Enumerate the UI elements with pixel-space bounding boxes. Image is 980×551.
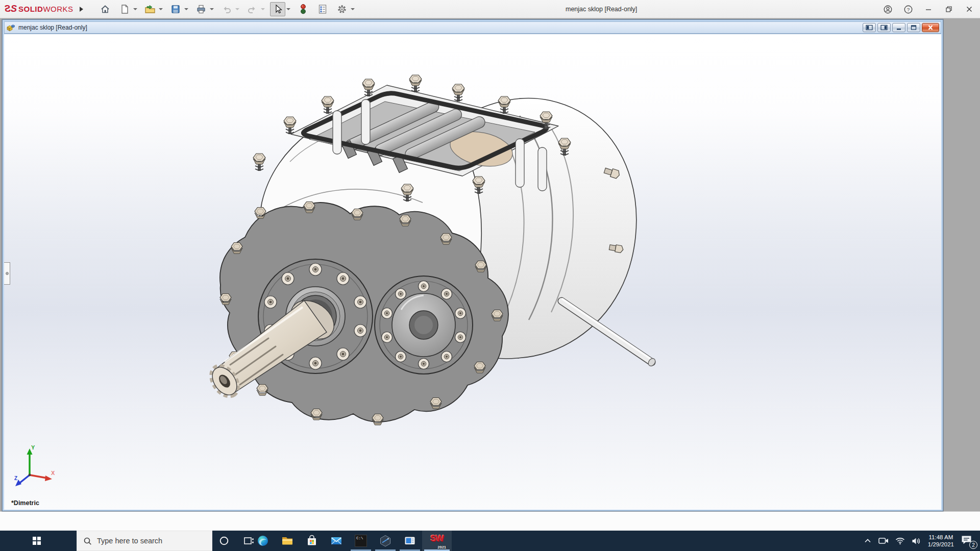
volume-icon[interactable] xyxy=(912,537,921,545)
triad-y-label: Y xyxy=(31,444,35,450)
cortana-icon xyxy=(219,536,229,546)
taskbar: Type here to search xyxy=(0,531,980,551)
doc-minimize-icon xyxy=(895,24,903,31)
search-icon xyxy=(83,537,92,545)
help-icon: ? xyxy=(903,5,913,14)
tray-expand-chevron-icon[interactable] xyxy=(864,537,872,544)
pane-right-icon xyxy=(880,24,888,31)
doc-close-icon xyxy=(926,24,935,31)
open-icon xyxy=(144,4,156,14)
taskbar-search[interactable]: Type here to search xyxy=(77,531,212,551)
pane-right-button[interactable] xyxy=(877,23,891,32)
rebuild-button[interactable] xyxy=(296,2,311,16)
meet-now-icon[interactable] xyxy=(878,537,889,545)
redo-icon xyxy=(247,4,257,14)
new-document-button[interactable] xyxy=(117,2,132,16)
taskbar-app-hexagon[interactable] xyxy=(373,531,398,551)
select-cursor-icon xyxy=(273,4,282,14)
redo-button[interactable] xyxy=(244,2,260,16)
taskbar-app-edge[interactable] xyxy=(251,531,275,551)
taskbar-app-solidworks[interactable]: SW 2021 xyxy=(422,531,452,551)
tab-grip-dot xyxy=(6,272,9,275)
orientation-triad[interactable]: Y X Z xyxy=(13,444,56,491)
brand-word-bold: SOLID xyxy=(18,5,43,13)
solidworks-2021-icon: SW 2021 xyxy=(427,532,447,549)
save-icon xyxy=(170,4,181,14)
undo-button[interactable] xyxy=(219,2,234,16)
taskbar-clock[interactable]: 11:48 AM 1/29/2021 xyxy=(928,534,954,548)
svg-text:?: ? xyxy=(906,7,910,12)
redo-dropdown[interactable] xyxy=(260,2,266,16)
options-button[interactable] xyxy=(334,2,350,16)
feature-tree-collapsed-tab[interactable] xyxy=(4,262,10,285)
mail-icon xyxy=(330,535,342,547)
clock-date: 1/29/2021 xyxy=(928,541,954,548)
pane-left-icon xyxy=(865,24,873,31)
doc-minimize-button[interactable] xyxy=(892,23,905,32)
taskbar-app-command-prompt[interactable]: C:\ xyxy=(349,531,373,551)
taskbar-app-mail[interactable] xyxy=(324,531,349,551)
taskbar-app-store[interactable] xyxy=(300,531,324,551)
doc-close-button[interactable] xyxy=(922,23,939,32)
doc-restore-button[interactable] xyxy=(907,23,920,32)
home-icon xyxy=(100,4,110,14)
open-button[interactable] xyxy=(142,2,158,16)
app-titlebar: SS SOLIDWORKS xyxy=(0,0,980,18)
wifi-icon[interactable] xyxy=(895,537,905,545)
windows-logo-icon xyxy=(33,537,41,545)
new-document-icon xyxy=(119,4,130,14)
options-dropdown[interactable] xyxy=(350,2,356,16)
undo-dropdown[interactable] xyxy=(234,2,240,16)
graphics-viewport[interactable]: Y X Z *Dimetric xyxy=(4,34,941,510)
start-button[interactable] xyxy=(24,531,49,551)
brand-word-light: WORKS xyxy=(43,5,73,13)
screen: SS SOLIDWORKS xyxy=(0,0,980,551)
save-dropdown[interactable] xyxy=(183,2,189,16)
document-window: menjac sklop [Read-only] xyxy=(2,19,943,511)
file-properties-icon xyxy=(317,4,328,14)
cortana-button[interactable] xyxy=(212,531,236,551)
minimize-button[interactable] xyxy=(922,3,935,16)
doc-restore-icon xyxy=(910,24,918,31)
print-button[interactable] xyxy=(193,2,209,16)
system-tray: 11:48 AM 1/29/2021 2 xyxy=(864,531,980,551)
clock-time: 11:48 AM xyxy=(928,534,954,541)
pane-left-button[interactable] xyxy=(863,23,876,32)
media-app-icon xyxy=(404,535,416,547)
file-explorer-icon xyxy=(281,535,293,547)
undo-icon xyxy=(222,4,232,14)
view-orientation-label: *Dimetric xyxy=(11,499,39,507)
print-dropdown[interactable] xyxy=(209,2,215,16)
notification-count-badge: 2 xyxy=(969,541,977,549)
status-bar xyxy=(0,511,980,531)
file-properties-button[interactable] xyxy=(315,2,330,16)
document-titlebar[interactable]: menjac sklop [Read-only] xyxy=(4,21,941,34)
save-button[interactable] xyxy=(168,2,183,16)
minimize-icon xyxy=(925,6,932,13)
taskbar-app-file-explorer[interactable] xyxy=(275,531,300,551)
open-dropdown[interactable] xyxy=(158,2,164,16)
solidworks-logo: SS SOLIDWORKS xyxy=(5,4,74,14)
ds-mark-icon: SS xyxy=(5,4,16,14)
triad-x-label: X xyxy=(51,470,55,476)
taskbar-apps: C:\ xyxy=(251,531,452,551)
restore-icon xyxy=(945,6,952,13)
select-tool-button[interactable] xyxy=(270,2,285,16)
home-button[interactable] xyxy=(97,2,113,16)
document-title: menjac sklop [Read-only] xyxy=(18,24,87,31)
new-document-dropdown[interactable] xyxy=(132,2,138,16)
app-window-title: menjac sklop [Read-only] xyxy=(566,0,637,18)
account-icon xyxy=(883,5,893,14)
hexagon-app-icon xyxy=(379,535,391,547)
account-button[interactable] xyxy=(881,3,894,16)
action-center-button[interactable]: 2 xyxy=(961,535,974,547)
menu-flyout-arrow[interactable] xyxy=(80,7,83,12)
select-tool-dropdown[interactable] xyxy=(285,2,291,16)
gearbox-model[interactable] xyxy=(4,34,941,510)
search-placeholder: Type here to search xyxy=(97,537,162,545)
taskbar-app-media[interactable] xyxy=(398,531,422,551)
rebuild-stoplight-icon xyxy=(299,4,307,15)
close-button[interactable] xyxy=(963,3,976,16)
help-button[interactable]: ? xyxy=(901,3,915,16)
restore-button[interactable] xyxy=(942,3,955,16)
